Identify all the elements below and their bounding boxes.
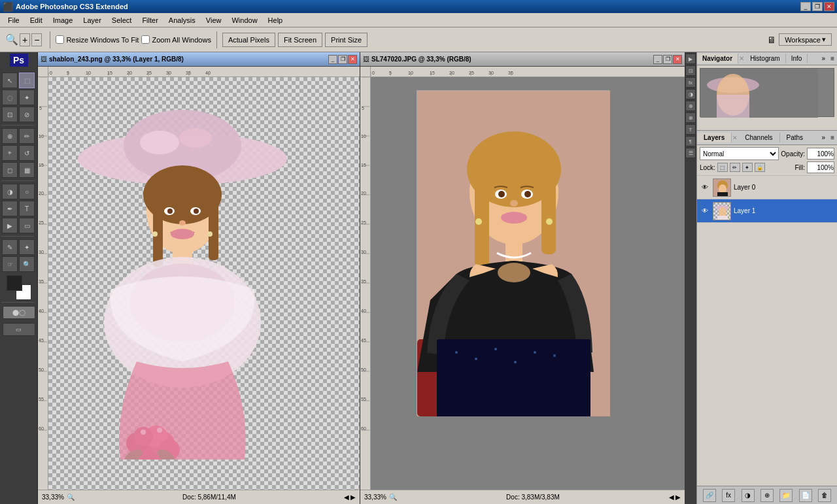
zoom-all-windows-checkbox[interactable]: Zoom All Windows (141, 35, 211, 44)
panel-icon-7[interactable]: T (685, 124, 696, 135)
eraser-tool[interactable]: ◻ (2, 162, 18, 178)
menu-analysis[interactable]: Analysis (163, 15, 201, 25)
move-tool[interactable]: ↖ (2, 73, 18, 88)
magic-wand-tool[interactable]: ✦ (19, 90, 35, 105)
layer-mask-button[interactable]: ◑ (742, 489, 755, 502)
doc1-next-icon[interactable]: ▶ (350, 494, 356, 501)
print-size-button[interactable]: Print Size (325, 33, 367, 47)
panel-icon-2[interactable]: ⊡ (685, 65, 696, 76)
tab-layers-close[interactable]: ✕ (732, 135, 738, 141)
layer-group-button[interactable]: 📁 (779, 489, 793, 502)
tab-channels[interactable]: Channels (738, 133, 779, 143)
lock-all-icon[interactable]: 🔒 (755, 163, 765, 172)
blend-mode-select[interactable]: Normal (700, 147, 779, 160)
panel-icon-6[interactable]: ⊗ (685, 112, 696, 123)
menu-window[interactable]: Window (226, 15, 262, 25)
tab-layers[interactable]: Layers (697, 133, 732, 143)
tab-nav-close[interactable]: ✕ (739, 55, 744, 62)
pen-tool[interactable]: ✒ (2, 201, 18, 216)
close-button[interactable]: ✕ (824, 2, 834, 11)
layer-item-0[interactable]: 👁 Layer 0 (697, 176, 837, 199)
path-select-tool[interactable]: ▶ (2, 218, 18, 233)
doc1-canvas[interactable] (48, 77, 360, 490)
lasso-tool[interactable]: ◌ (2, 90, 18, 105)
layer-delete-button[interactable]: 🗑 (818, 489, 831, 502)
gradient-tool[interactable]: ▦ (19, 162, 35, 178)
menu-edit[interactable]: Edit (25, 15, 48, 25)
panel-icon-4[interactable]: ◑ (685, 89, 696, 99)
panel-icon-9[interactable]: ☰ (685, 148, 696, 158)
restore-button[interactable]: ❐ (812, 2, 823, 11)
doc2-canvas[interactable] (371, 77, 685, 490)
doc2-next-icon[interactable]: ▶ (675, 494, 681, 501)
crop-tool[interactable]: ⊡ (2, 107, 18, 122)
doc1-prev-icon[interactable]: ◀ (344, 494, 349, 501)
resize-windows-checkbox[interactable]: Resize Windows To Fit (56, 35, 139, 44)
menu-help[interactable]: Help (263, 15, 288, 25)
lock-brush-icon[interactable]: ✏ (730, 163, 740, 172)
layer-link-button[interactable]: 🔗 (703, 489, 716, 502)
selection-tool[interactable]: ⬚ (19, 73, 35, 88)
layer-fx-button[interactable]: fx (722, 489, 735, 502)
screen-mode-button[interactable]: ▭ (3, 323, 35, 336)
fit-screen-button[interactable]: Fit Screen (278, 33, 322, 47)
lock-transparent-icon[interactable]: ⬚ (717, 163, 728, 172)
shape-tool[interactable]: ▭ (19, 218, 35, 233)
panel-icon-3[interactable]: fx (685, 77, 696, 88)
clone-tool[interactable]: ⌖ (2, 145, 18, 161)
doc1-restore[interactable]: ❐ (338, 55, 347, 64)
dodge-tool[interactable]: ○ (19, 184, 35, 199)
eyedropper-tool[interactable]: ✦ (19, 239, 35, 255)
fg-bg-colors[interactable] (7, 275, 31, 300)
doc2-prev-icon[interactable]: ◀ (669, 494, 674, 501)
tab-histogram[interactable]: Histogram (745, 54, 786, 63)
history-brush-tool[interactable]: ↺ (19, 145, 35, 161)
hand-tool[interactable]: ☞ (2, 256, 18, 272)
layer1-eye-icon[interactable]: 👁 (700, 206, 710, 216)
doc2-minimize[interactable]: _ (653, 55, 662, 64)
workspace-button[interactable]: Workspace ▾ (779, 33, 832, 46)
doc2-close[interactable]: ✕ (673, 55, 682, 64)
menu-layer[interactable]: Layer (78, 15, 107, 25)
panel-icon-1[interactable]: ▶ (685, 54, 696, 64)
menu-file[interactable]: File (3, 15, 25, 25)
notes-tool[interactable]: ✎ (2, 239, 18, 255)
tab-paths[interactable]: Paths (780, 133, 810, 143)
doc1-minimize[interactable]: _ (328, 55, 337, 64)
slice-tool[interactable]: ⊘ (19, 107, 35, 122)
quick-mask-button[interactable]: ⬤◯ (3, 306, 35, 319)
foreground-color[interactable] (7, 275, 22, 291)
layer-adjustment-button[interactable]: ⊕ (760, 489, 774, 502)
tab-navigator[interactable]: Navigator (697, 54, 738, 63)
fill-input[interactable] (807, 161, 834, 173)
zoom-tool-icon[interactable]: 🔍 (5, 33, 18, 46)
spot-heal-tool[interactable]: ⊕ (2, 128, 18, 144)
panel-top-expand[interactable]: » (819, 54, 828, 63)
zoom-tool[interactable]: 🔍 (19, 256, 35, 272)
layer-new-button[interactable]: 📄 (799, 489, 812, 502)
doc2-restore[interactable]: ❐ (663, 55, 672, 64)
blur-tool[interactable]: ◑ (2, 184, 18, 199)
panel-icon-5[interactable]: ⊕ (685, 101, 696, 111)
actual-pixels-button[interactable]: Actual Pixels (222, 33, 275, 47)
layer-item-1[interactable]: 👁 (697, 199, 837, 223)
zoom-all-input[interactable] (141, 35, 150, 44)
panel-top-options[interactable]: ≡ (828, 54, 837, 63)
menu-select[interactable]: Select (107, 15, 137, 25)
layers-expand[interactable]: » (819, 133, 828, 143)
panel-icon-8[interactable]: ¶ (685, 136, 696, 146)
type-tool[interactable]: T (19, 201, 35, 216)
resize-windows-input[interactable] (56, 35, 64, 44)
lock-move-icon[interactable]: ✦ (742, 163, 753, 172)
menu-view[interactable]: View (201, 15, 227, 25)
brush-tool[interactable]: ✏ (19, 128, 35, 144)
layers-options[interactable]: ≡ (828, 133, 837, 143)
minimize-button[interactable]: _ (800, 2, 811, 11)
menu-filter[interactable]: Filter (137, 15, 163, 25)
layer0-eye-icon[interactable]: 👁 (700, 182, 710, 193)
menu-image[interactable]: Image (48, 15, 78, 25)
doc1-close[interactable]: ✕ (348, 55, 357, 64)
tab-info[interactable]: Info (786, 54, 808, 63)
opacity-input[interactable] (807, 148, 834, 160)
zoom-out-icon[interactable]: − (31, 33, 42, 46)
